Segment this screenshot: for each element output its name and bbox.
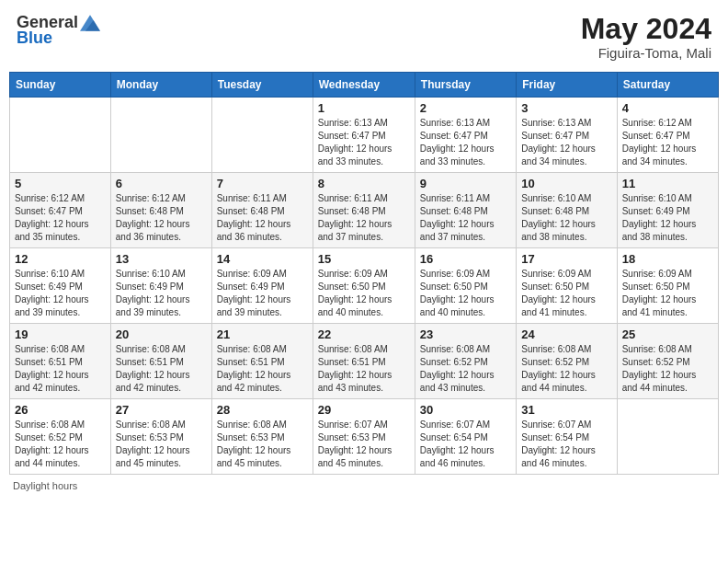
month-title: May 2024	[581, 13, 711, 45]
day-number: 22	[318, 327, 410, 341]
day-number: 7	[217, 177, 308, 190]
calendar-header-friday: Friday	[517, 73, 617, 98]
calendar-cell: 30Sunrise: 6:07 AM Sunset: 6:54 PM Dayli…	[415, 399, 516, 475]
day-info: Sunrise: 6:07 AM Sunset: 6:54 PM Dayligh…	[420, 419, 511, 470]
day-info: Sunrise: 6:07 AM Sunset: 6:54 PM Dayligh…	[521, 419, 611, 470]
day-info: Sunrise: 6:09 AM Sunset: 6:50 PM Dayligh…	[521, 268, 611, 319]
day-number: 1	[318, 101, 410, 115]
calendar-header-saturday: Saturday	[617, 73, 718, 98]
day-info: Sunrise: 6:11 AM Sunset: 6:48 PM Dayligh…	[420, 192, 511, 244]
calendar-header-tuesday: Tuesday	[211, 73, 313, 98]
calendar-header-thursday: Thursday	[415, 73, 516, 98]
calendar-header-monday: Monday	[110, 73, 211, 98]
day-number: 15	[318, 252, 410, 266]
calendar-cell: 9Sunrise: 6:11 AM Sunset: 6:48 PM Daylig…	[415, 173, 516, 248]
calendar-cell: 26Sunrise: 6:08 AM Sunset: 6:52 PM Dayli…	[10, 399, 111, 475]
calendar-cell: 22Sunrise: 6:08 AM Sunset: 6:51 PM Dayli…	[313, 324, 415, 399]
calendar-cell: 18Sunrise: 6:09 AM Sunset: 6:50 PM Dayli…	[617, 248, 718, 324]
calendar-cell: 31Sunrise: 6:07 AM Sunset: 6:54 PM Dayli…	[517, 399, 617, 475]
calendar-cell: 7Sunrise: 6:11 AM Sunset: 6:48 PM Daylig…	[211, 173, 313, 248]
day-number: 17	[521, 252, 611, 266]
day-number: 12	[15, 252, 106, 266]
day-number: 23	[420, 327, 511, 341]
calendar-cell: 23Sunrise: 6:08 AM Sunset: 6:52 PM Dayli…	[415, 324, 516, 399]
day-number: 25	[622, 327, 713, 341]
day-number: 6	[116, 177, 207, 190]
logo-icon	[80, 15, 100, 31]
day-number: 29	[318, 403, 410, 417]
day-number: 28	[217, 403, 308, 417]
day-info: Sunrise: 6:08 AM Sunset: 6:51 PM Dayligh…	[15, 343, 106, 395]
day-info: Sunrise: 6:10 AM Sunset: 6:49 PM Dayligh…	[15, 268, 106, 319]
day-info: Sunrise: 6:08 AM Sunset: 6:53 PM Dayligh…	[217, 419, 308, 470]
calendar-cell: 5Sunrise: 6:12 AM Sunset: 6:47 PM Daylig…	[10, 173, 111, 248]
day-number: 16	[420, 252, 511, 266]
day-info: Sunrise: 6:08 AM Sunset: 6:51 PM Dayligh…	[116, 343, 207, 395]
day-number: 10	[521, 177, 611, 190]
calendar-cell: 12Sunrise: 6:10 AM Sunset: 6:49 PM Dayli…	[10, 248, 111, 324]
day-number: 14	[217, 252, 308, 266]
day-number: 20	[116, 327, 207, 341]
calendar-week-row: 26Sunrise: 6:08 AM Sunset: 6:52 PM Dayli…	[10, 399, 719, 475]
calendar-cell	[110, 98, 211, 173]
day-info: Sunrise: 6:10 AM Sunset: 6:49 PM Dayligh…	[622, 192, 713, 244]
calendar-cell: 24Sunrise: 6:08 AM Sunset: 6:52 PM Dayli…	[517, 324, 617, 399]
day-info: Sunrise: 6:08 AM Sunset: 6:52 PM Dayligh…	[622, 343, 713, 395]
calendar-cell: 13Sunrise: 6:10 AM Sunset: 6:49 PM Dayli…	[110, 248, 211, 324]
calendar-week-row: 12Sunrise: 6:10 AM Sunset: 6:49 PM Dayli…	[10, 248, 719, 324]
calendar-header-row: SundayMondayTuesdayWednesdayThursdayFrid…	[10, 73, 719, 98]
day-info: Sunrise: 6:07 AM Sunset: 6:53 PM Dayligh…	[318, 419, 410, 470]
location-title: Figuira-Toma, Mali	[581, 45, 711, 61]
day-info: Sunrise: 6:08 AM Sunset: 6:52 PM Dayligh…	[521, 343, 611, 395]
day-number: 18	[622, 252, 713, 266]
day-number: 13	[116, 252, 207, 266]
day-info: Sunrise: 6:10 AM Sunset: 6:48 PM Dayligh…	[521, 192, 611, 244]
day-number: 27	[116, 403, 207, 417]
calendar-cell: 19Sunrise: 6:08 AM Sunset: 6:51 PM Dayli…	[10, 324, 111, 399]
footer: Daylight hours	[9, 480, 719, 491]
calendar-cell: 21Sunrise: 6:08 AM Sunset: 6:51 PM Dayli…	[211, 324, 313, 399]
day-number: 31	[521, 403, 611, 417]
calendar-cell: 8Sunrise: 6:11 AM Sunset: 6:48 PM Daylig…	[313, 173, 415, 248]
calendar-table: SundayMondayTuesdayWednesdayThursdayFrid…	[9, 72, 719, 475]
calendar-cell	[617, 399, 718, 475]
calendar-week-row: 19Sunrise: 6:08 AM Sunset: 6:51 PM Dayli…	[10, 324, 719, 399]
day-info: Sunrise: 6:08 AM Sunset: 6:51 PM Dayligh…	[318, 343, 410, 395]
day-info: Sunrise: 6:13 AM Sunset: 6:47 PM Dayligh…	[420, 117, 511, 168]
day-info: Sunrise: 6:12 AM Sunset: 6:48 PM Dayligh…	[116, 192, 207, 244]
day-number: 3	[521, 101, 611, 115]
calendar-cell: 15Sunrise: 6:09 AM Sunset: 6:50 PM Dayli…	[313, 248, 415, 324]
day-info: Sunrise: 6:08 AM Sunset: 6:51 PM Dayligh…	[217, 343, 308, 395]
title-block: May 2024 Figuira-Toma, Mali	[581, 13, 711, 61]
calendar-cell: 4Sunrise: 6:12 AM Sunset: 6:47 PM Daylig…	[617, 98, 718, 173]
day-number: 30	[420, 403, 511, 417]
calendar-cell: 6Sunrise: 6:12 AM Sunset: 6:48 PM Daylig…	[110, 173, 211, 248]
day-number: 8	[318, 177, 410, 190]
day-number: 26	[15, 403, 106, 417]
day-info: Sunrise: 6:11 AM Sunset: 6:48 PM Dayligh…	[318, 192, 410, 244]
calendar-cell: 16Sunrise: 6:09 AM Sunset: 6:50 PM Dayli…	[415, 248, 516, 324]
day-info: Sunrise: 6:13 AM Sunset: 6:47 PM Dayligh…	[521, 117, 611, 168]
logo-blue-text: Blue	[17, 29, 52, 48]
calendar-week-row: 5Sunrise: 6:12 AM Sunset: 6:47 PM Daylig…	[10, 173, 719, 248]
day-number: 19	[15, 327, 106, 341]
calendar-week-row: 1Sunrise: 6:13 AM Sunset: 6:47 PM Daylig…	[10, 98, 719, 173]
calendar-cell	[10, 98, 111, 173]
page-header: General Blue May 2024 Figuira-Toma, Mali	[9, 9, 719, 64]
calendar-cell: 1Sunrise: 6:13 AM Sunset: 6:47 PM Daylig…	[313, 98, 415, 173]
day-number: 2	[420, 101, 511, 115]
day-number: 11	[622, 177, 713, 190]
calendar-cell: 25Sunrise: 6:08 AM Sunset: 6:52 PM Dayli…	[617, 324, 718, 399]
logo: General Blue	[17, 13, 100, 48]
day-number: 9	[420, 177, 511, 190]
day-info: Sunrise: 6:09 AM Sunset: 6:50 PM Dayligh…	[420, 268, 511, 319]
day-number: 5	[15, 177, 106, 190]
day-info: Sunrise: 6:12 AM Sunset: 6:47 PM Dayligh…	[15, 192, 106, 244]
day-info: Sunrise: 6:09 AM Sunset: 6:49 PM Dayligh…	[217, 268, 308, 319]
calendar-cell: 14Sunrise: 6:09 AM Sunset: 6:49 PM Dayli…	[211, 248, 313, 324]
day-info: Sunrise: 6:08 AM Sunset: 6:53 PM Dayligh…	[116, 419, 207, 470]
day-info: Sunrise: 6:10 AM Sunset: 6:49 PM Dayligh…	[116, 268, 207, 319]
day-number: 4	[622, 101, 713, 115]
day-info: Sunrise: 6:09 AM Sunset: 6:50 PM Dayligh…	[622, 268, 713, 319]
day-info: Sunrise: 6:08 AM Sunset: 6:52 PM Dayligh…	[420, 343, 511, 395]
